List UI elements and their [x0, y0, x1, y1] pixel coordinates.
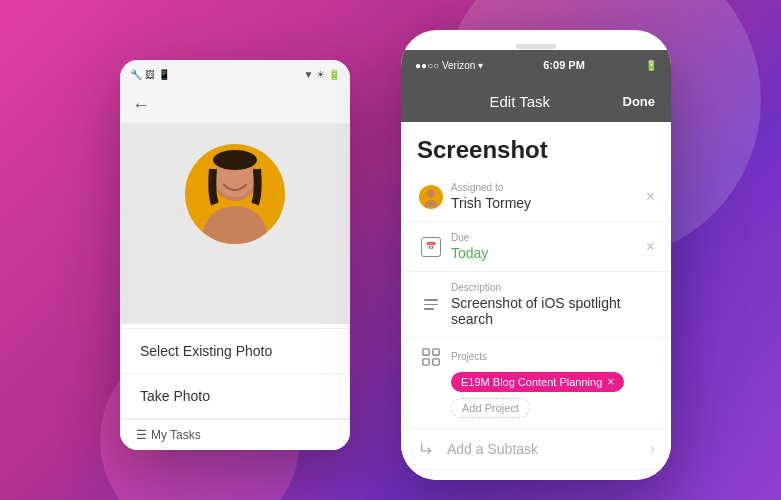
projects-row: Projects E19M Blog Content Planning × Ad…: [401, 338, 671, 429]
svg-rect-9: [433, 359, 439, 365]
projects-tags: E19M Blog Content Planning × Add Project: [417, 372, 655, 418]
task-title[interactable]: Screenshot: [401, 122, 671, 172]
subtask-indent-icon: [417, 439, 437, 459]
projects-icon: [417, 348, 445, 366]
carrier-info: ●●○○ Verizon ▾: [415, 60, 483, 71]
svg-rect-7: [433, 349, 439, 355]
tasks-icon: ☰: [136, 428, 147, 442]
svg-point-1: [203, 206, 267, 244]
description-label: Description: [451, 282, 655, 293]
projects-label: Projects: [451, 351, 487, 362]
android-status-right: ▼ ☀ 🔋: [304, 69, 340, 80]
remove-due-button[interactable]: ×: [646, 238, 655, 256]
edit-task-title: Edit Task: [489, 93, 550, 110]
android-statusbar: 🔧 🖼 📱 ▼ ☀ 🔋: [120, 60, 350, 88]
tasks-label: My Tasks: [151, 428, 201, 442]
lines-icon: [424, 299, 438, 310]
iphone-navbar: Edit Task Done: [401, 80, 671, 122]
project-tag-label: E19M Blog Content Planning: [461, 376, 602, 388]
assigned-to-row: Assigned to Trish Tormey ×: [401, 172, 671, 222]
description-value[interactable]: Screenshot of iOS spotlight search: [451, 295, 655, 327]
tags-row: mobile launch × Add Tag: [401, 470, 671, 480]
due-label: Due: [451, 232, 646, 243]
svg-point-5: [424, 200, 437, 207]
user-avatar: [185, 144, 285, 244]
remove-assignee-button[interactable]: ×: [646, 188, 655, 206]
description-info: Description Screenshot of iOS spotlight …: [451, 282, 655, 327]
avatar-image: [185, 144, 285, 244]
iphone-time: 6:09 PM: [543, 59, 585, 71]
calendar-icon-shape: 📅: [421, 237, 441, 257]
subtask-icon: [418, 440, 436, 458]
assignee-info: Assigned to Trish Tormey: [451, 182, 646, 211]
remove-project-tag-button[interactable]: ×: [607, 375, 614, 389]
photo-action-sheet: Select Existing Photo Take Photo ☰ My Ta…: [120, 328, 350, 450]
iphone: ●●○○ Verizon ▾ 6:09 PM 🔋 Edit Task Done …: [401, 30, 671, 480]
svg-point-3: [213, 150, 257, 170]
svg-point-4: [427, 189, 435, 197]
my-tasks-section: ☰ My Tasks: [120, 419, 350, 450]
svg-rect-8: [423, 359, 429, 365]
add-subtask-row[interactable]: Add a Subtask ›: [401, 429, 671, 470]
android-status-left: 🔧 🖼 📱: [130, 69, 170, 80]
assignee-person-icon: [421, 187, 441, 207]
add-subtask-placeholder[interactable]: Add a Subtask: [447, 441, 650, 457]
iphone-speaker: [516, 44, 556, 49]
add-project-button[interactable]: Add Project: [451, 398, 530, 418]
subtask-chevron-icon: ›: [650, 440, 655, 458]
task-edit-body: Screenshot Assigned to Trish Tormey ×: [401, 122, 671, 480]
take-photo-option[interactable]: Take Photo: [120, 374, 350, 419]
project-tag-e19m: E19M Blog Content Planning ×: [451, 372, 624, 392]
android-topbar: ←: [120, 88, 350, 124]
description-icon: [417, 299, 445, 310]
calendar-icon: 📅: [417, 237, 445, 257]
assigned-to-label: Assigned to: [451, 182, 646, 193]
due-value[interactable]: Today: [451, 245, 646, 261]
android-content-area: [120, 124, 350, 324]
android-phone: 🔧 🖼 📱 ▼ ☀ 🔋 ← claudia@apolloenterprises.…: [120, 60, 350, 450]
projects-grid-icon: [422, 348, 440, 366]
assignee-avatar: [419, 185, 443, 209]
iphone-statusbar: ●●○○ Verizon ▾ 6:09 PM 🔋: [401, 50, 671, 80]
due-info: Due Today: [451, 232, 646, 261]
svg-rect-6: [423, 349, 429, 355]
select-existing-photo-option[interactable]: Select Existing Photo: [120, 329, 350, 374]
description-row: Description Screenshot of iOS spotlight …: [401, 272, 671, 338]
edit-task-done-button[interactable]: Done: [623, 94, 656, 109]
assignee-name: Trish Tormey: [451, 195, 646, 211]
due-date-row: 📅 Due Today ×: [401, 222, 671, 272]
assignee-avatar-icon: [417, 185, 445, 209]
battery-icon: 🔋: [645, 60, 657, 71]
android-back-button[interactable]: ←: [132, 95, 150, 116]
